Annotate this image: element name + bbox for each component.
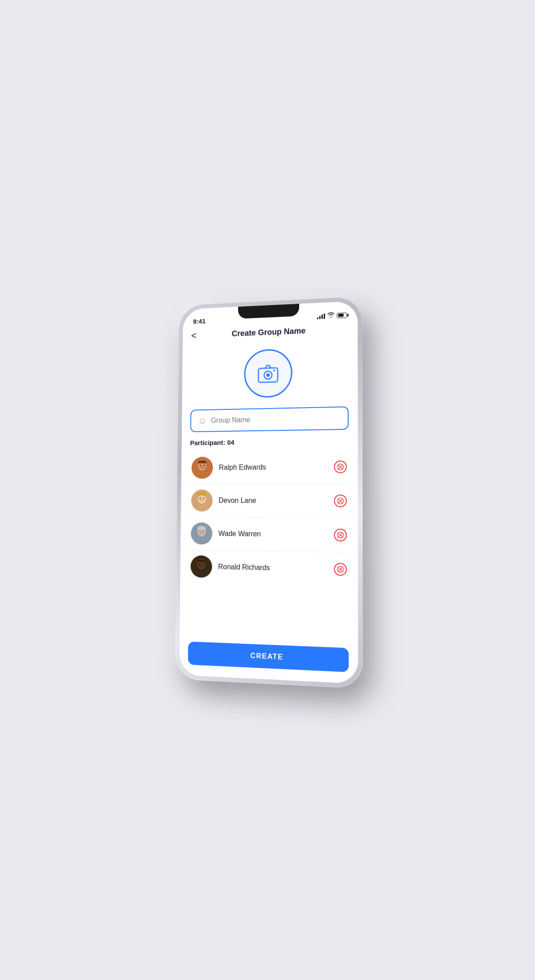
participant-name: Wade Warren — [218, 530, 328, 539]
participant-item: Ralph Edwards — [190, 450, 349, 484]
remove-participant-button[interactable] — [334, 529, 347, 542]
create-button[interactable]: CREATE — [188, 641, 349, 672]
participant-avatar — [190, 555, 212, 578]
remove-participant-button[interactable] — [334, 461, 347, 474]
participant-avatar — [191, 490, 213, 511]
battery-icon — [337, 312, 346, 318]
camera-upload-button[interactable] — [244, 348, 292, 398]
participant-item: Wade Warren — [189, 517, 349, 553]
camera-section — [190, 346, 349, 399]
content-area: ☺ Participant: 04 Ralph Edwards — [180, 339, 358, 643]
wifi-icon — [327, 312, 334, 319]
remove-participant-button[interactable] — [334, 563, 347, 576]
participant-avatar — [191, 523, 212, 545]
remove-participant-button[interactable] — [334, 494, 347, 507]
participant-item: Devon Lane — [189, 484, 349, 519]
svg-rect-9 — [198, 461, 206, 463]
back-button[interactable]: < — [191, 330, 197, 341]
bottom-area: CREATE — [179, 636, 358, 684]
participant-count-label: Participant: 04 — [190, 437, 349, 446]
svg-point-3 — [273, 370, 275, 372]
phone-screen: 9:41 — [179, 301, 358, 684]
svg-point-14 — [200, 498, 201, 499]
participant-avatar — [191, 457, 213, 478]
participant-item: Ronald Richards — [189, 550, 349, 587]
phone-shell: 9:41 — [175, 296, 362, 689]
emoji-icon: ☺ — [198, 416, 207, 426]
participant-name: Devon Lane — [218, 497, 328, 505]
input-wrapper: ☺ — [190, 406, 349, 432]
participant-name: Ralph Edwards — [219, 463, 328, 471]
status-icons — [317, 312, 347, 320]
participant-name: Ronald Richards — [218, 563, 328, 573]
group-name-input-section: ☺ — [190, 406, 349, 432]
status-time: 9:41 — [193, 317, 206, 325]
group-name-input[interactable] — [211, 414, 341, 425]
svg-point-15 — [203, 498, 204, 499]
signal-icon — [317, 313, 325, 319]
svg-point-2 — [266, 373, 270, 377]
participant-list: Ralph Edwards Devon Lane — [189, 450, 349, 586]
page-title: Create Group Name — [232, 327, 306, 339]
